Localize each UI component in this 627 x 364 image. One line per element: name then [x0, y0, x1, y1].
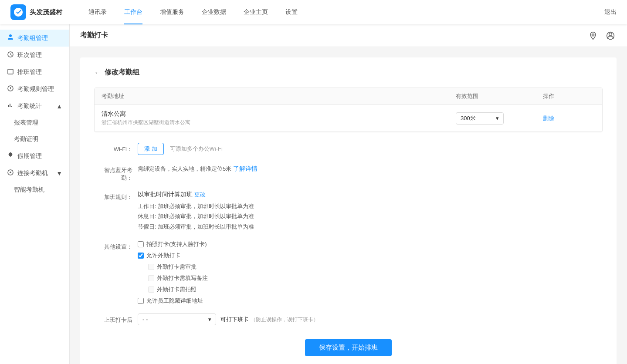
delete-button[interactable]: 删除 — [543, 115, 554, 121]
checkbox-label-hide-location: 允许员工隐藏详细地址 — [146, 297, 203, 305]
bluetooth-text: 需绑定设备，实人实地，精准定位5米 — [138, 165, 231, 172]
brand-name: 头发茂盛村 — [30, 8, 62, 17]
checkbox-label-outside-approval: 外勤打卡需审批 — [157, 263, 197, 271]
chevron-up-icon: ▲ — [56, 103, 62, 110]
col-action: 操作 — [543, 92, 595, 100]
overtime-change-link[interactable]: 更改 — [194, 191, 206, 198]
checkbox-photo[interactable] — [138, 241, 144, 247]
can-clock-out-text: 可打下班卡 （防止误操作，误打下班卡） — [220, 316, 319, 324]
sub-indent-box-photo — [148, 286, 154, 293]
sub-indent-box-approval — [148, 264, 154, 270]
other-settings-row: 其他设置： 拍照打卡(支持人脸打卡) 允许外勤打卡 — [94, 240, 603, 305]
checkbox-label-photo: 拍照打卡(支持人脸打卡) — [146, 240, 207, 248]
clockin-after-label: 上班打卡后 — [94, 313, 138, 324]
nav-items: 通讯录 工作台 增值服务 企业数据 企业主页 设置 — [80, 0, 604, 24]
overtime-content: 以审批时间计算加班 更改 工作日: 加班必须审批，加班时长以审批单为准 休息日:… — [138, 191, 603, 232]
sidebar-label-holiday: 假期管理 — [17, 152, 42, 160]
attendance-group-icon — [7, 34, 14, 42]
clockin-after-row: 上班打卡后 - - ▾ 可打下班卡 （防止误操作，误打下班卡） — [94, 313, 603, 325]
sidebar-item-attendance-group[interactable]: 考勤组管理 — [0, 30, 69, 47]
checkbox-row-outside-photo: 外勤打卡需拍照 — [138, 286, 603, 293]
sidebar-label-schedule: 排班管理 — [17, 68, 42, 76]
page-area: 考勤打卡 ← 修改考勤组 考勤 — [70, 24, 627, 364]
sidebar-item-schedule[interactable]: 排班管理 — [0, 64, 69, 81]
wifi-content: 添 加 可添加多个办公Wi-Fi — [138, 143, 603, 155]
shift-icon — [7, 51, 14, 59]
sidebar-item-proof[interactable]: 考勤证明 — [0, 131, 69, 148]
location-address: 浙江省杭州市拱墅区湖墅街道清水公寓 — [102, 119, 456, 126]
sidebar: 考勤组管理 班次管理 排班管理 考勤规则管理 考勤统计 — [0, 24, 70, 364]
col-address: 考勤地址 — [102, 92, 456, 100]
checkbox-row-photo: 拍照打卡(支持人脸打卡) — [138, 240, 603, 248]
sidebar-item-machine[interactable]: 连接考勤机 ▼ — [0, 165, 69, 182]
bluetooth-content: 需绑定设备，实人实地，精准定位5米 了解详情 — [138, 164, 603, 174]
sidebar-item-stats[interactable]: 考勤统计 ▲ — [0, 98, 69, 115]
logout-link[interactable]: 退出 — [604, 8, 617, 16]
stats-icon — [7, 102, 14, 110]
location-table-row: 清水公寓 浙江省杭州市拱墅区湖墅街道清水公寓 300米 ▾ 删除 — [95, 105, 602, 132]
svg-point-4 — [592, 34, 594, 36]
nav-value-added[interactable]: 增值服务 — [151, 0, 193, 24]
sidebar-label-attendance-group: 考勤组管理 — [17, 34, 48, 42]
other-settings-content: 拍照打卡(支持人脸打卡) 允许外勤打卡 — [138, 240, 603, 305]
save-button[interactable]: 保存设置，开始排班 — [305, 339, 392, 356]
svg-rect-1 — [8, 69, 13, 74]
clockin-after-select[interactable]: - - ▾ — [138, 313, 216, 325]
action-cell: 删除 — [543, 115, 595, 122]
range-select[interactable]: 300米 ▾ — [456, 112, 504, 125]
sidebar-label-reports: 报表管理 — [14, 119, 38, 127]
back-header[interactable]: ← 修改考勤组 — [94, 68, 603, 77]
can-clock-out-label: 可打下班卡 — [220, 316, 249, 323]
checkbox-label-outside-note: 外勤打卡需填写备注 — [157, 274, 208, 282]
nav-enterprise-data[interactable]: 企业数据 — [193, 0, 235, 24]
sidebar-item-smart-machine[interactable]: 智能考勤机 — [0, 182, 69, 198]
brand-logo — [10, 4, 26, 20]
nav-enterprise-home[interactable]: 企业主页 — [235, 0, 277, 24]
location-name: 清水公寓 — [102, 110, 456, 118]
sidebar-label-rules: 考勤规则管理 — [17, 85, 54, 93]
checkbox-outside[interactable] — [138, 253, 144, 259]
brand[interactable]: 头发茂盛村 — [10, 4, 62, 20]
nav-contacts[interactable]: 通讯录 — [80, 0, 115, 24]
col-range: 有效范围 — [456, 92, 543, 100]
dropdown-row: - - ▾ 可打下班卡 （防止误操作，误打下班卡） — [138, 313, 603, 325]
select-chevron-icon: ▾ — [208, 316, 211, 323]
overtime-rule-prefix: 以审批时间计算加班 — [138, 191, 193, 198]
wifi-row: Wi-Fi： 添 加 可添加多个办公Wi-Fi — [94, 143, 603, 155]
checkbox-row-outside-note: 外勤打卡需填写备注 — [138, 274, 603, 282]
overtime-row: 加班规则： 以审批时间计算加班 更改 工作日: 加班必须审批，加班时长以审批单为… — [94, 191, 603, 232]
checkbox-row-outside-approval: 外勤打卡需审批 — [138, 263, 603, 271]
sidebar-item-rules[interactable]: 考勤规则管理 — [0, 81, 69, 98]
wifi-hint: 可添加多个办公Wi-Fi — [170, 145, 223, 152]
machine-icon — [7, 169, 14, 177]
sidebar-label-proof: 考勤证明 — [14, 135, 38, 143]
rule-line-2: 节假日: 加班必须审批，加班时长以审批单为准 — [138, 222, 603, 232]
wifi-label: Wi-Fi： — [94, 143, 138, 153]
sidebar-item-shift[interactable]: 班次管理 — [0, 47, 69, 64]
checkbox-row-outside: 允许外勤打卡 — [138, 252, 603, 260]
wifi-add-button[interactable]: 添 加 — [138, 143, 164, 155]
bluetooth-label: 智点蓝牙考勤： — [94, 164, 138, 182]
content-card: ← 修改考勤组 考勤地址 有效范围 操作 清水公寓 浙江省杭州市拱墅区湖墅街道清… — [80, 57, 617, 364]
rule-line-0: 工作日: 加班必须审批，加班时长以审批单为准 — [138, 201, 603, 211]
sidebar-item-holiday[interactable]: 假期管理 — [0, 148, 69, 165]
location-icon[interactable] — [587, 30, 599, 42]
page-title: 考勤打卡 — [80, 31, 108, 40]
checkbox-label-outside: 允许外勤打卡 — [146, 252, 180, 260]
sidebar-item-reports[interactable]: 报表管理 — [0, 115, 69, 131]
sidebar-label-shift: 班次管理 — [17, 51, 42, 59]
chevron-down-icon: ▼ — [56, 170, 62, 177]
range-select-wrapper: 300米 ▾ — [456, 112, 543, 125]
rule-lines: 工作日: 加班必须审批，加班时长以审批单为准 休息日: 加班必须审批，加班时长以… — [138, 201, 603, 232]
bluetooth-detail-link[interactable]: 了解详情 — [233, 165, 258, 172]
nav-workbench[interactable]: 工作台 — [115, 0, 151, 24]
nav-settings[interactable]: 设置 — [277, 0, 306, 24]
back-header-title: 修改考勤组 — [105, 68, 139, 77]
location-table-header: 考勤地址 有效范围 操作 — [95, 88, 602, 105]
sidebar-label-machine: 连接考勤机 — [17, 169, 48, 177]
checkbox-hide-location[interactable] — [138, 298, 144, 304]
user-circle-icon[interactable] — [604, 30, 617, 42]
page-header: 考勤打卡 — [70, 24, 627, 47]
main-layout: 考勤组管理 班次管理 排班管理 考勤规则管理 考勤统计 — [0, 24, 627, 364]
checkbox-row-hide-location: 允许员工隐藏详细地址 — [138, 297, 603, 305]
